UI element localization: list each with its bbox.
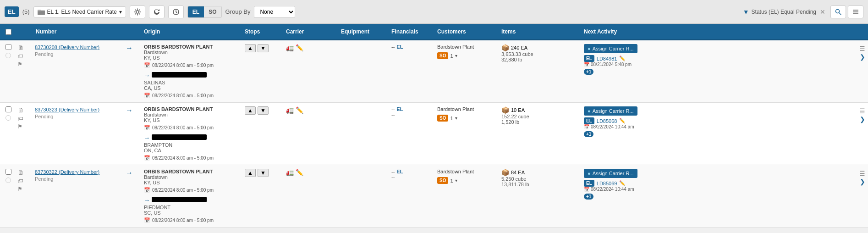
box-icon: 📦	[501, 169, 509, 176]
ld-link[interactable]: LD85068	[597, 118, 617, 124]
ld-date: 📅 08/21/2024 5:48 pm	[584, 62, 857, 67]
th-equipment: Equipment	[338, 25, 389, 39]
pencil-icon[interactable]: ✏️	[619, 180, 626, 186]
carrier-edit-icon[interactable]: ✏️	[296, 44, 303, 51]
lb-text: 32,880 lb	[501, 57, 578, 62]
flag-icon[interactable]: ⚑	[17, 61, 32, 67]
row-checkbox[interactable]	[5, 44, 11, 50]
plus-circle-icon: ●	[588, 46, 591, 51]
settings-icon-button[interactable]	[130, 6, 145, 18]
customer-name: Bardstown Plant	[437, 169, 496, 174]
so-dropdown-caret[interactable]: ▾	[455, 53, 457, 58]
so-dropdown-caret[interactable]: ▾	[455, 116, 457, 121]
plus-circle-icon: ●	[588, 171, 591, 176]
copy-icon[interactable]: 🗎	[17, 169, 32, 176]
row-hamburger-icon[interactable]: ☰	[859, 45, 865, 52]
group-by-select[interactable]: None	[254, 6, 295, 18]
ld-link[interactable]: LD85069	[597, 181, 617, 186]
carrier-edit-icon[interactable]: ✏️	[296, 106, 303, 114]
menu-button[interactable]	[848, 6, 863, 18]
stop-up-btn[interactable]: ▲	[245, 169, 256, 177]
refresh-button[interactable]	[149, 6, 165, 18]
ld-link[interactable]: LD84981	[597, 56, 617, 61]
plus1-badge[interactable]: +1	[584, 194, 593, 200]
order-link[interactable]: 83730323 (Delivery Number)	[35, 107, 99, 112]
flag-icon[interactable]: ⚑	[17, 186, 32, 192]
order-link[interactable]: 83730322 (Delivery Number)	[35, 169, 99, 175]
tab-so[interactable]: SO	[204, 6, 221, 17]
flag-icon[interactable]: ⚑	[17, 123, 32, 130]
stop-down-btn[interactable]: ▼	[258, 44, 269, 52]
th-stops: Stops	[242, 25, 283, 39]
so-row: SO 1 ▾	[437, 177, 496, 184]
svg-point-4	[836, 9, 840, 13]
origin-date: 📅 08/22/2024 8:00 am - 5:00 pm	[144, 62, 239, 68]
ld-badge: EL	[584, 180, 594, 187]
status-filter-close[interactable]: ✕	[819, 8, 827, 16]
plus1-badge[interactable]: +1	[584, 131, 593, 137]
row-hamburger-icon[interactable]: ☰	[859, 170, 865, 177]
stop-down-btn[interactable]: ▼	[258, 106, 269, 115]
row-radio[interactable]	[5, 53, 11, 58]
dest-redacted	[152, 72, 207, 78]
select-all-checkbox[interactable]	[5, 29, 11, 35]
tag-icon[interactable]: 🏷	[17, 53, 32, 60]
so-badge[interactable]: SO	[437, 177, 448, 184]
origin-state: KY, US	[144, 55, 239, 61]
th-customers: Customers	[434, 25, 499, 39]
stop-down-btn[interactable]: ▼	[258, 169, 269, 177]
stop-up-btn[interactable]: ▲	[245, 44, 256, 52]
copy-icon[interactable]: 🗎	[17, 106, 32, 114]
tag-icon[interactable]: 🏷	[17, 115, 32, 122]
count-badge: (5)	[22, 8, 30, 15]
row-origin-dest: ORBIS BARDSTOWN PLANT Bardstown KY, US 📅…	[141, 40, 242, 102]
dest-date-text: 08/22/2024 8:00 am - 5:00 pm	[152, 93, 214, 98]
origin-date-text: 08/22/2024 8:00 am - 5:00 pm	[152, 63, 214, 68]
ld-badge: EL	[584, 117, 594, 124]
carrier-edit-icon[interactable]: ✏️	[296, 169, 303, 176]
row-chevron-icon[interactable]: ❯	[860, 53, 865, 61]
row-financials: --EL --	[389, 103, 434, 121]
search-button[interactable]	[830, 6, 846, 18]
plus1-badge[interactable]: +1	[584, 69, 593, 75]
assign-btn-label: Assign Carrier R...	[593, 171, 634, 176]
row-radio[interactable]	[5, 115, 11, 121]
row-financials: --EL --	[389, 165, 434, 183]
gear-icon	[134, 8, 141, 16]
folder-button[interactable]: EL 1. ELs Need Carrier Rate ▾	[33, 6, 126, 17]
table-header: Number Origin Stops Carrier Equipment Fi…	[0, 24, 868, 40]
assign-carrier-button[interactable]: ● Assign Carrier R...	[584, 44, 637, 53]
row-checkbox[interactable]	[5, 106, 11, 112]
order-link[interactable]: 83730208 (Delivery Number)	[35, 44, 99, 50]
el-badge[interactable]: EL	[5, 6, 19, 17]
financials-el-dash: --EL	[391, 44, 432, 50]
dest-calendar-icon: 📅	[144, 155, 150, 161]
refresh-icon	[153, 8, 160, 16]
box-icon: 📦	[501, 106, 509, 114]
so-badge[interactable]: SO	[437, 52, 448, 59]
row-chevron-icon[interactable]: ❯	[860, 178, 865, 185]
header-checkbox-cell	[0, 25, 16, 39]
history-button[interactable]	[168, 6, 184, 18]
th-next-activity: Next Activity	[581, 25, 868, 39]
row-radio[interactable]	[5, 178, 11, 183]
pencil-icon[interactable]: ✏️	[619, 118, 626, 124]
assign-carrier-button[interactable]: ● Assign Carrier R...	[584, 169, 637, 178]
row-menu: ☰ ❯	[859, 44, 865, 61]
row-hamburger-icon[interactable]: ☰	[859, 107, 865, 115]
dest-date-text: 08/22/2024 8:00 am - 5:00 pm	[152, 155, 214, 161]
so-badge[interactable]: SO	[437, 115, 448, 122]
row-checkbox[interactable]	[5, 169, 11, 175]
so-dropdown-caret[interactable]: ▾	[455, 178, 457, 183]
copy-icon[interactable]: 🗎	[17, 44, 32, 51]
stop-up-btn[interactable]: ▲	[245, 106, 256, 115]
row-financials: --EL --	[389, 40, 434, 59]
dest-date: 📅 08/22/2024 8:00 am - 5:00 pm	[144, 155, 239, 161]
tab-el[interactable]: EL	[188, 6, 204, 17]
pencil-icon[interactable]: ✏️	[619, 55, 626, 61]
tag-icon[interactable]: 🏷	[17, 178, 32, 184]
origin-date: 📅 08/22/2024 8:00 am - 5:00 pm	[144, 125, 239, 131]
row-chevron-icon[interactable]: ❯	[860, 116, 865, 123]
assign-carrier-button[interactable]: ● Assign Carrier R...	[584, 106, 637, 116]
row-items: 📦 240 EA 3,653.33 cube 32,880 lb	[499, 40, 581, 66]
